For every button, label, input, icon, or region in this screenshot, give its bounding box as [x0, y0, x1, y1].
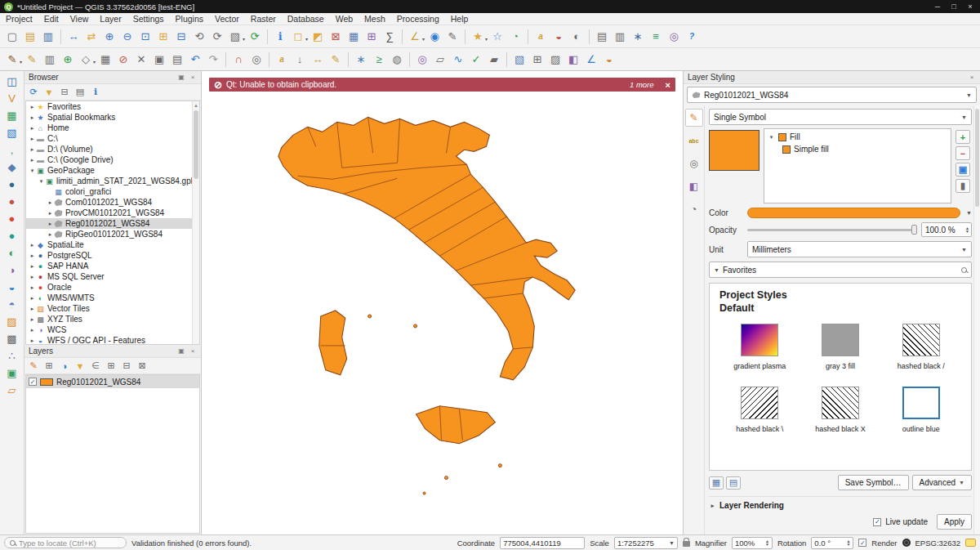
- mesh-calculator-icon[interactable]: ▧: [511, 51, 528, 68]
- layers-float-icon[interactable]: ▣: [177, 347, 185, 355]
- current-edits-icon[interactable]: ✎: [4, 51, 20, 68]
- menu-vector[interactable]: Vector: [209, 13, 245, 25]
- browser-item-home[interactable]: ▸⌂Home: [26, 123, 199, 133]
- browser-item-spatial-bookmarks[interactable]: ▸★Spatial Bookmarks: [26, 112, 199, 123]
- expand-arrow[interactable]: ▸: [29, 146, 36, 153]
- maximize-button[interactable]: □: [946, 1, 962, 13]
- browser-item-spatialite[interactable]: ▸◆SpatiaLite: [26, 239, 199, 250]
- decorations-icon[interactable]: ◐: [568, 29, 585, 45]
- browser-item-favorites[interactable]: ▸★Favorites: [26, 101, 199, 112]
- expand-arrow[interactable]: ▸: [29, 125, 36, 132]
- rotation-spinbox[interactable]: 0.0 ° ▲▼: [811, 537, 853, 549]
- expand-arrow[interactable]: ▸: [47, 199, 54, 206]
- add-feature-icon[interactable]: ⊕: [60, 51, 76, 68]
- expand-arrow[interactable]: ▸: [29, 295, 36, 302]
- field-calculator-icon[interactable]: ⊞: [363, 29, 380, 45]
- open-project-icon[interactable]: ▤: [22, 29, 38, 45]
- history-tab[interactable]: ◔: [685, 200, 703, 218]
- expand-arrow[interactable]: ▸: [29, 136, 36, 142]
- crs-value[interactable]: EPSG:32632: [915, 539, 960, 548]
- add-postgis-layer-icon[interactable]: ●: [3, 176, 21, 193]
- pan-to-selection-icon[interactable]: ⇄: [83, 29, 100, 45]
- multiedit-attributes-icon[interactable]: ▦: [97, 51, 114, 68]
- expand-arrow[interactable]: ▾: [29, 168, 36, 174]
- slider-handle[interactable]: [911, 225, 917, 235]
- manage-plugins-icon[interactable]: ∗: [353, 51, 369, 68]
- expand-arrow[interactable]: ▸: [29, 114, 36, 121]
- layer-item-reg01012021-wgs84[interactable]: ✓Reg01012021_WGS84: [26, 375, 199, 388]
- styling-close-icon[interactable]: ×: [968, 74, 976, 81]
- style-item-outline-blue[interactable]: outline blue: [880, 387, 961, 433]
- add-wfs-layer-icon[interactable]: ◒: [3, 279, 21, 296]
- style-item-hashed-black-x[interactable]: hashed black X: [800, 387, 881, 433]
- python-console-2-icon[interactable]: ≥: [371, 51, 387, 68]
- symbol-tree-fill-row[interactable]: ▾ Fill: [764, 131, 951, 143]
- menu-project[interactable]: Project: [0, 13, 38, 25]
- styling-scrollbar[interactable]: [973, 105, 980, 534]
- browser-item-c-google-drive[interactable]: ▸▬C:\ (Google Drive): [26, 154, 199, 165]
- zoom-to-layer-icon[interactable]: ⊟: [173, 29, 189, 45]
- layer-selector[interactable]: Reg01012021_WGS84 ▼: [687, 87, 977, 103]
- python-console-icon[interactable]: ≡: [648, 29, 664, 45]
- zoom-full-icon[interactable]: ⊡: [137, 29, 154, 45]
- expand-arrow[interactable]: ▸: [29, 316, 36, 323]
- expand-arrow[interactable]: ▸: [29, 104, 36, 110]
- copy-features-icon[interactable]: ▣: [151, 51, 167, 68]
- browser-item-c[interactable]: ▸▬C:\: [26, 133, 199, 144]
- raster-calculator-icon[interactable]: ⊞: [529, 51, 546, 68]
- new-3d-map-view-icon[interactable]: ◧: [565, 51, 581, 68]
- messages-log-icon[interactable]: [965, 539, 976, 547]
- layer-rendering-section[interactable]: ▸ Layer Rendering: [709, 496, 972, 510]
- browser-item-oracle[interactable]: ▸●Oracle: [26, 282, 199, 293]
- map-tips-icon[interactable]: ◉: [426, 29, 443, 45]
- browser-item-limiti-admin-stat-2021-wgs84-gpkg[interactable]: ▾▣limiti_admin_STAT_2021_WGS84.gpkg: [26, 176, 199, 186]
- expand-arrow[interactable]: ▸: [709, 503, 716, 509]
- browser-item-wms-wmts[interactable]: ▸◐WMS/WMTS: [26, 293, 199, 303]
- new-geopackage-layer-icon[interactable]: ▣: [3, 364, 21, 382]
- filter-by-expression-icon[interactable]: ∈: [89, 360, 102, 373]
- zoom-next-icon[interactable]: ⟳: [209, 29, 225, 45]
- regular-shapes-icon[interactable]: ▰: [486, 51, 502, 68]
- expand-arrow[interactable]: ▸: [29, 242, 36, 248]
- add-mssql-layer-icon[interactable]: ●: [3, 193, 21, 210]
- magnifier-spinbox[interactable]: 100% ▲▼: [732, 537, 773, 549]
- menu-layer[interactable]: Layer: [94, 13, 127, 25]
- expand-arrow[interactable]: ▸: [29, 274, 36, 280]
- add-group-icon[interactable]: ⊞: [42, 360, 56, 373]
- add-wms-layer-icon[interactable]: ◐: [3, 244, 21, 262]
- current-edits-caret[interactable]: ▾: [20, 59, 22, 65]
- browser-item-geopackage[interactable]: ▾▣GeoPackage: [26, 165, 199, 176]
- menu-web[interactable]: Web: [330, 13, 359, 25]
- style-item-gray-3-fill[interactable]: gray 3 fill: [800, 324, 881, 370]
- expand-arrow[interactable]: ▸: [29, 157, 36, 163]
- check-geometries-icon[interactable]: ✓: [468, 51, 484, 68]
- layer-diagram-options-icon[interactable]: ◒: [550, 29, 567, 45]
- lock-scale-icon[interactable]: [683, 541, 690, 547]
- osm-search-icon[interactable]: ◍: [389, 51, 405, 68]
- topological-editing-icon[interactable]: ◎: [248, 51, 265, 68]
- list-view-button[interactable]: ▤: [726, 476, 741, 490]
- 3d-view-tab[interactable]: ◧: [685, 177, 703, 195]
- save-layer-edits-icon[interactable]: ▥: [42, 51, 58, 68]
- collapse-all-icon[interactable]: ⊟: [58, 86, 71, 99]
- statistical-summary-icon[interactable]: ∑: [381, 29, 398, 45]
- sardinia-shape[interactable]: [319, 311, 347, 375]
- style-item-gradient-plasma[interactable]: gradient plasma: [719, 324, 800, 370]
- show-layout-manager-icon[interactable]: ▥: [612, 29, 628, 45]
- style-item-hashed-black[interactable]: hashed black /: [880, 324, 961, 370]
- refresh-map-icon[interactable]: ⟳: [247, 29, 263, 45]
- add-wcs-layer-icon[interactable]: ◑: [3, 262, 21, 279]
- zoom-to-selection-icon[interactable]: ⊞: [155, 29, 172, 45]
- expand-arrow[interactable]: ▾: [768, 134, 775, 141]
- pin-unpin-labels-icon[interactable]: ↓: [292, 51, 308, 68]
- opacity-slider[interactable]: [747, 224, 917, 235]
- plugin-manager-icon[interactable]: ◎: [666, 29, 682, 45]
- map-canvas[interactable]: ⊘ Qt: Unable to obtain clipboard. 1 more…: [202, 71, 684, 534]
- trace-digitizing-icon[interactable]: ∿: [450, 51, 466, 68]
- spin-arrows-icon[interactable]: ▲▼: [765, 539, 769, 546]
- add-vector-tile-layer-icon[interactable]: ▨: [3, 313, 21, 330]
- remove-layer-icon[interactable]: ⊠: [136, 360, 149, 373]
- menu-raster[interactable]: Raster: [245, 13, 282, 25]
- layer-checkbox[interactable]: ✓: [29, 378, 37, 386]
- browser-item-reg01012021-wgs84[interactable]: ▸Reg01012021_WGS84: [26, 218, 199, 229]
